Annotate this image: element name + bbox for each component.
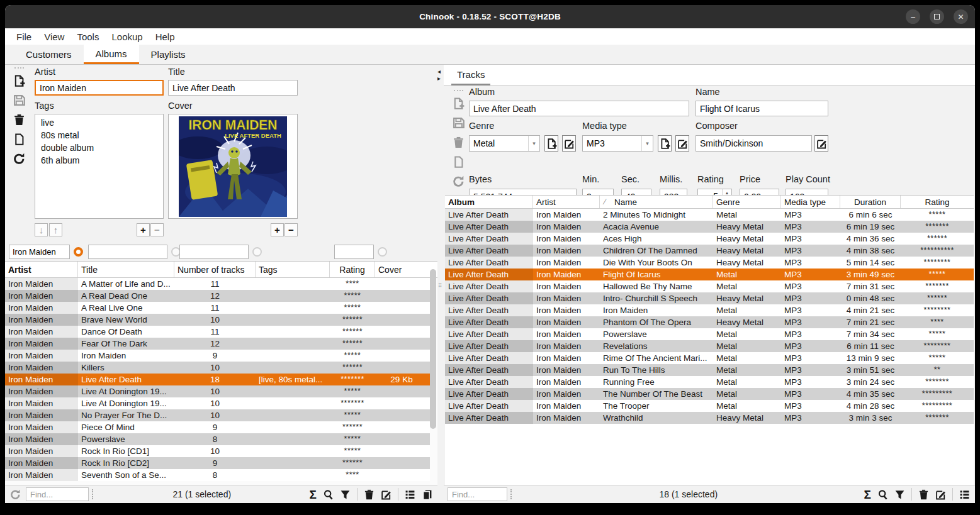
vertical-scrollbar[interactable] (430, 269, 436, 429)
column-header-tracks[interactable]: Number of tracks (174, 262, 256, 277)
expand-right-icon[interactable]: ▸ (437, 75, 441, 82)
list-item[interactable]: double album (35, 141, 163, 154)
column-header-title[interactable]: Title (78, 262, 174, 277)
copy-pages-icon[interactable] (422, 489, 432, 500)
menu-help[interactable]: Help (149, 31, 181, 42)
filter-icon[interactable] (340, 489, 351, 500)
table-row[interactable]: Live After DeathIron MaidenRun To The Hi… (445, 364, 974, 376)
column-header-rating[interactable]: Rating (330, 262, 375, 277)
table-row[interactable]: Iron MaidenFear Of The Dark12****** (5, 338, 430, 350)
save-icon[interactable] (453, 117, 465, 129)
title-field[interactable] (168, 80, 298, 96)
close-button[interactable]: ✕ (954, 9, 968, 24)
table-row[interactable]: Live After DeathIron MaidenChildren Of T… (445, 245, 974, 257)
albums-find-input[interactable] (26, 487, 89, 501)
search-icon[interactable] (877, 489, 888, 500)
table-row[interactable]: Live After DeathIron MaidenThe TrooperMe… (445, 400, 974, 412)
add-record-icon[interactable] (453, 97, 465, 109)
media-type-add-button[interactable] (658, 135, 672, 152)
table-row[interactable]: Live After DeathIron MaidenFlight Of Ica… (445, 269, 974, 280)
refresh-icon[interactable] (13, 153, 25, 165)
table-row[interactable]: Iron MaidenA Real Live One11***** (5, 302, 430, 314)
sum-icon[interactable]: Σ (310, 489, 317, 501)
filter-rating-radio[interactable] (378, 247, 387, 257)
refresh-icon[interactable] (453, 175, 465, 187)
list-view-icon[interactable] (959, 489, 970, 500)
tab-playlists[interactable]: Playlists (139, 45, 198, 64)
tags-list[interactable]: live80s metaldouble album6th album (35, 114, 164, 219)
cover-box[interactable]: IRON MAIDEN LIVE AFTER DEATH (168, 114, 298, 219)
table-row[interactable]: Iron MaidenLive At Donington 19...10****… (5, 397, 430, 409)
sum-icon[interactable]: Σ (864, 489, 871, 501)
table-row[interactable]: Live After DeathIron MaidenDie With Your… (445, 257, 974, 269)
delete-icon[interactable] (918, 489, 929, 500)
delete-icon[interactable] (13, 114, 25, 126)
table-row[interactable]: Iron MaidenPowerslave8***** (5, 433, 430, 445)
table-row[interactable]: Iron MaidenDance Of Death11****** (5, 326, 430, 338)
menu-tools[interactable]: Tools (70, 31, 105, 42)
table-row[interactable]: Live After DeathIron MaidenPowerslaveMet… (445, 328, 974, 340)
table-row[interactable]: Iron MaidenRock In Rio [CD1]10***** (5, 445, 430, 457)
table-row[interactable]: Live After DeathIron MaidenIron MaidenMe… (445, 304, 974, 316)
column-header-media-type[interactable]: Media type (781, 196, 840, 208)
table-row[interactable]: Iron MaidenA Real Dead One12***** (5, 290, 430, 302)
panel-splitter[interactable]: ◂ ▸ ⠿ (437, 65, 444, 485)
column-header-artist[interactable]: Artist (5, 262, 78, 277)
tag-add-button[interactable]: + (137, 223, 150, 236)
table-row[interactable]: Live After DeathIron MaidenPhantom Of Th… (445, 316, 974, 328)
column-header-name[interactable]: ∕Name (600, 196, 713, 208)
album-field[interactable] (469, 101, 689, 116)
menu-file[interactable]: File (10, 31, 38, 42)
table-row[interactable]: Iron MaidenRock In Rio [CD2]9****** (5, 457, 430, 469)
menu-view[interactable]: View (38, 31, 70, 42)
table-row[interactable]: Iron MaidenPiece Of Mind9****** (5, 421, 430, 433)
composer-field[interactable] (696, 135, 812, 152)
genre-edit-button[interactable] (562, 135, 576, 152)
list-item[interactable]: live (35, 116, 163, 129)
tag-move-down-button[interactable]: ↓ (35, 223, 48, 236)
tracks-find-input[interactable] (448, 487, 507, 501)
table-row[interactable]: Iron MaidenLive At Donington 19...10****… (5, 385, 430, 397)
name-field[interactable] (696, 101, 828, 116)
list-item[interactable]: 80s metal (35, 129, 163, 141)
cover-add-button[interactable]: + (271, 223, 284, 236)
tag-move-up-button[interactable]: ↑ (49, 223, 62, 236)
cover-remove-button[interactable]: − (284, 223, 298, 236)
column-header-tags[interactable]: Tags (256, 262, 330, 277)
delete-icon[interactable] (453, 136, 465, 148)
media-type-edit-button[interactable] (675, 135, 689, 152)
table-row[interactable]: Iron MaidenLive After Death18[live, 80s … (5, 374, 430, 385)
list-view-icon[interactable] (405, 489, 415, 500)
column-header-cover[interactable]: Cover (375, 262, 428, 277)
collapse-left-icon[interactable]: ◂ (437, 68, 441, 75)
media-type-select[interactable]: MP3 ▾ (582, 135, 653, 152)
column-header-rating[interactable]: Rating (901, 196, 974, 208)
filter-tracks-input[interactable] (179, 245, 249, 259)
table-row[interactable]: Live After DeathIron Maiden2 Minutes To … (445, 209, 974, 221)
menu-lookup[interactable]: Lookup (105, 31, 149, 42)
table-row[interactable]: Iron MaidenSeventh Son of a Se...8**** (5, 469, 430, 481)
table-row[interactable]: Iron MaidenKillers10****** (5, 362, 430, 374)
column-header-artist[interactable]: Artist (533, 196, 600, 208)
artist-field[interactable] (35, 80, 164, 96)
delete-icon[interactable] (364, 489, 375, 500)
table-row[interactable]: Live After DeathIron MaidenThe Number Of… (445, 388, 974, 400)
duplicate-icon[interactable] (13, 133, 25, 145)
tag-remove-button[interactable]: − (150, 223, 164, 236)
table-row[interactable]: Live After DeathIron MaidenRevelationsMe… (445, 340, 974, 352)
add-record-icon[interactable] (13, 75, 25, 87)
refresh-icon[interactable] (10, 489, 21, 500)
toolbar-grip[interactable] (454, 90, 463, 91)
maximize-button[interactable] (930, 9, 944, 24)
column-header-genre[interactable]: Genre (713, 196, 781, 208)
filter-icon[interactable] (894, 489, 905, 500)
tab-tracks[interactable]: Tracks (451, 65, 490, 86)
filter-artist-radio[interactable] (74, 247, 83, 257)
table-row[interactable]: Live After DeathIron MaidenAces HighHeav… (445, 233, 974, 245)
filter-artist-input[interactable] (9, 245, 70, 259)
genre-select[interactable]: Metal ▾ (469, 135, 540, 152)
table-row[interactable]: Live After DeathIron MaidenIntro- Church… (445, 292, 974, 304)
genre-add-button[interactable] (544, 135, 558, 152)
edit-icon[interactable] (935, 489, 946, 500)
splitter-grip-icon[interactable]: ⠿ (438, 284, 443, 297)
